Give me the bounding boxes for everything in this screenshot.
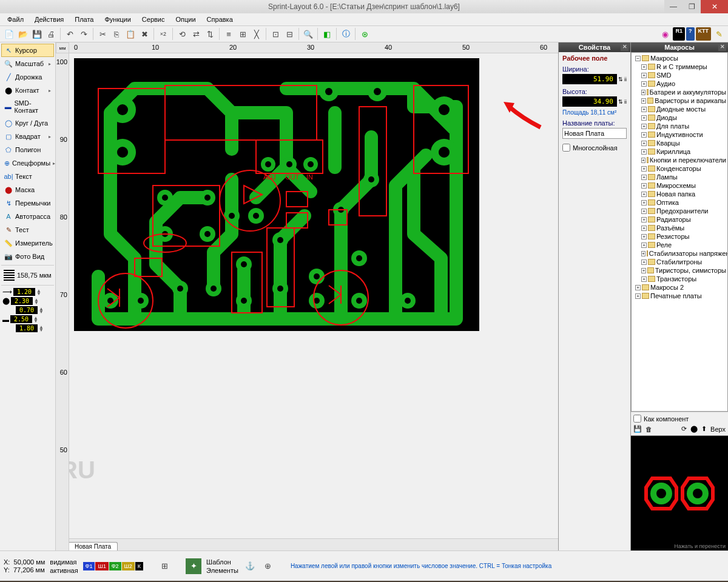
tool-полигон[interactable]: ⬠Полигон xyxy=(1,143,54,156)
macro-folder[interactable]: + Индуктивности xyxy=(633,130,726,139)
multilayer-checkbox[interactable]: Многослойная xyxy=(562,144,627,152)
tool-контакт[interactable]: ⬤Контакт▸ xyxy=(1,84,54,97)
macro-folder[interactable]: + Варисторы и варикапы xyxy=(633,96,726,105)
macro-folder[interactable]: + Батареи и аккумуляторы xyxy=(633,88,726,96)
smd-h-param[interactable]: 1.80▲▼ xyxy=(1,324,54,333)
record-icon[interactable]: ◉ xyxy=(658,27,672,41)
width-input[interactable]: 51.90⇅ii xyxy=(562,74,627,84)
menu-file[interactable]: Файл xyxy=(2,15,29,24)
tab-board-1[interactable]: Новая Плата xyxy=(68,542,118,550)
tool-маска[interactable]: ⬤Маска xyxy=(1,183,54,196)
macro-folder[interactable]: + SMD xyxy=(633,71,726,79)
macro-folder[interactable]: + Оптика xyxy=(633,198,726,207)
undo-icon[interactable]: ↶ xyxy=(63,27,76,41)
height-input[interactable]: 34.90⇅ii xyxy=(562,96,627,107)
grid-size[interactable]: 158,75 мкм xyxy=(1,267,54,283)
macro-preview[interactable]: Нажать и перенести xyxy=(631,435,728,550)
align-icon[interactable]: ≡ xyxy=(222,27,235,41)
layer-Ф1[interactable]: Ф1 xyxy=(83,562,95,570)
crosshair-icon[interactable]: ⊕ xyxy=(261,560,275,573)
macros-tree[interactable]: − Макросы+ R и C триммеры+ SMD+ Аудио+ Б… xyxy=(631,52,728,412)
macro-folder[interactable]: + Новая папка xyxy=(633,190,726,198)
macro-folder[interactable]: + Аудио xyxy=(633,79,726,88)
group-icon[interactable]: ⊡ xyxy=(269,27,282,41)
elements-label[interactable]: Элементы xyxy=(206,567,238,574)
redo-icon[interactable]: ↷ xyxy=(77,27,90,41)
properties-close-icon[interactable]: ✕ xyxy=(621,43,629,51)
pcb-viewport[interactable]: ADJ OUT IN RU xyxy=(69,53,558,538)
tool-измеритель[interactable]: 📏Измеритель xyxy=(1,236,54,250)
cut-icon[interactable]: ✂ xyxy=(96,27,109,41)
anchor-icon[interactable]: ⚓ xyxy=(243,560,257,573)
layer-Ш1[interactable]: Ш1 xyxy=(95,562,108,570)
layer-Ф2[interactable]: Ф2 xyxy=(109,562,121,570)
macro-folder[interactable]: + Для платы xyxy=(633,122,726,130)
layer-badges[interactable]: Ф1Ш1Ф2Ш2К xyxy=(83,562,144,570)
snap-icon[interactable]: ⊞ xyxy=(236,27,249,41)
duplicate-icon[interactable]: ×2 xyxy=(157,27,170,41)
macro-delete-icon[interactable]: 🗑 xyxy=(645,426,652,433)
tool-smd-контакт[interactable]: ▬SMD-Контакт xyxy=(1,97,54,116)
macro-folder[interactable]: + Стабилизаторы напряжения xyxy=(633,249,726,258)
layer-toggle-icon[interactable]: ⊞ xyxy=(158,560,171,573)
macro-folder[interactable]: + Диоды xyxy=(633,113,726,122)
as-component-checkbox[interactable]: Как компонент xyxy=(633,415,726,423)
zoom-icon[interactable]: 🔍 xyxy=(302,27,315,41)
template-label[interactable]: Шаблон xyxy=(206,558,238,566)
tool-спецформы[interactable]: ⊕Спецформы▸ xyxy=(1,156,54,170)
tool-фото-вид[interactable]: 📷Фото Вид xyxy=(1,250,54,263)
smd-w-param[interactable]: ▬2.50▲▼ xyxy=(1,315,54,324)
pad-outer-param[interactable]: ⬤2.30▲▼ xyxy=(1,296,54,306)
macro-folder[interactable]: + Макросы 2 xyxy=(633,283,726,292)
macro-folder[interactable]: + Транзисторы xyxy=(633,275,726,283)
macro-folder[interactable]: + R и C триммеры xyxy=(633,62,726,71)
macro-folder[interactable]: + Микросхемы xyxy=(633,181,726,190)
macro-folder[interactable]: + Конденсаторы xyxy=(633,164,726,173)
badge-ktt[interactable]: KTT xyxy=(696,27,712,41)
maximize-button[interactable]: ❐ xyxy=(682,0,701,13)
marker-icon[interactable]: ✎ xyxy=(712,27,726,41)
close-button[interactable]: ✕ xyxy=(701,0,728,13)
badge-r1[interactable]: R1 xyxy=(673,27,685,41)
menu-board[interactable]: Плата xyxy=(70,15,98,24)
macro-up-icon[interactable]: ⬆ xyxy=(701,425,707,433)
pad-drill-param[interactable]: 0.70▲▼ xyxy=(1,306,54,315)
save-icon[interactable]: 💾 xyxy=(30,27,44,41)
pcb-board[interactable]: ADJ OUT IN xyxy=(74,58,479,331)
tool-тест[interactable]: ✎Тест xyxy=(1,223,54,236)
track-width-param[interactable]: ⟿1.20▲▼ xyxy=(1,287,54,296)
macro-record-icon[interactable]: ⬤ xyxy=(690,425,698,433)
menu-options[interactable]: Опции xyxy=(171,15,201,24)
tool-текст[interactable]: ab|Текст xyxy=(1,170,54,183)
minimize-button[interactable]: — xyxy=(664,0,682,13)
macro-folder[interactable]: + Кнопки и переключатели xyxy=(633,156,726,164)
macro-folder[interactable]: + Реле xyxy=(633,241,726,249)
open-icon[interactable]: 📂 xyxy=(16,27,30,41)
tool-круг-дуга[interactable]: ◯Круг / Дуга xyxy=(1,116,54,130)
macro-folder[interactable]: + Печатные платы xyxy=(633,292,726,300)
macro-save-icon[interactable]: 💾 xyxy=(633,425,642,433)
macro-folder[interactable]: + Кириллица xyxy=(633,147,726,156)
boardname-input[interactable] xyxy=(562,128,627,139)
print-icon[interactable]: 🖨 xyxy=(44,27,58,41)
tool-автотрасса[interactable]: AАвтотрасса xyxy=(1,210,54,223)
macros-close-icon[interactable]: ✕ xyxy=(718,43,726,51)
paste-icon[interactable]: 📋 xyxy=(124,27,137,41)
menu-service[interactable]: Сервис xyxy=(137,15,170,24)
mirror-h-icon[interactable]: ⇄ xyxy=(189,27,203,41)
rotate-icon[interactable]: ⟲ xyxy=(175,27,189,41)
macro-folder[interactable]: + Кварцы xyxy=(633,139,726,147)
macro-folder[interactable]: + Разъёмы xyxy=(633,224,726,232)
macro-folder[interactable]: + Радиаторы xyxy=(633,215,726,224)
info-icon[interactable]: ⓘ xyxy=(339,27,352,41)
tool-перемычки[interactable]: ↯Перемычки xyxy=(1,196,54,210)
macro-folder[interactable]: + Диодные мосты xyxy=(633,105,726,113)
menu-actions[interactable]: Действия xyxy=(30,15,69,24)
menu-functions[interactable]: Функции xyxy=(99,15,135,24)
mirror-v-icon[interactable]: ⇅ xyxy=(203,27,217,41)
layer-Ш2[interactable]: Ш2 xyxy=(122,562,135,570)
delete-icon[interactable]: ✖ xyxy=(138,27,151,41)
new-icon[interactable]: 📄 xyxy=(2,27,16,41)
transparent-icon[interactable]: ◧ xyxy=(320,27,334,41)
tool-дорожка[interactable]: ╱Дорожка xyxy=(1,70,54,84)
